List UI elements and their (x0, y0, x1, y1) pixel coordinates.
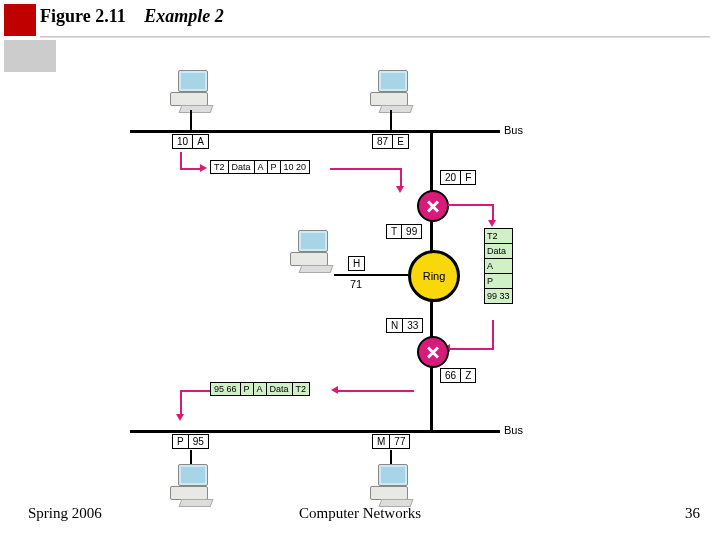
addr: 66 (441, 369, 461, 382)
slide-title: Figure 2.11 Example 2 (40, 6, 224, 27)
addr: 20 (441, 171, 461, 184)
node-E-label: 87 E (372, 134, 409, 149)
packet-bottom: 95 66 P A Data T2 (210, 382, 310, 396)
arrow-a-3 (330, 168, 402, 170)
name: E (393, 135, 408, 148)
node-A-label: 10 A (172, 134, 209, 149)
pc-E (370, 70, 414, 110)
drop-P (190, 450, 192, 464)
addr: 99 (402, 225, 421, 238)
node-T-label: T 99 (386, 224, 422, 239)
arrowhead-b (331, 386, 338, 394)
pc-P (170, 464, 214, 504)
node-M-label: M 77 (372, 434, 410, 449)
title-underline (40, 36, 710, 38)
node-F-label: 20 F (440, 170, 476, 185)
ring-label: Ring (423, 270, 446, 282)
drop-M (390, 450, 392, 464)
packet-top: T2 Data A P 10 20 (210, 160, 310, 174)
name: F (461, 171, 475, 184)
addr: 95 (189, 435, 208, 448)
name: M (373, 435, 390, 448)
addr: 10 (173, 135, 193, 148)
arrow-a-2 (180, 168, 202, 170)
arrow-r-4 (450, 348, 494, 350)
figure-caption: Example 2 (144, 6, 224, 26)
name: A (193, 135, 208, 148)
drop-E (390, 110, 392, 130)
name: Z (461, 369, 475, 382)
pc-M (370, 464, 414, 504)
arrowhead-b2 (176, 414, 184, 421)
name: P (173, 435, 189, 448)
link-H (334, 274, 408, 276)
footer-center: Computer Networks (0, 505, 720, 522)
bus-bottom-label: Bus (504, 424, 523, 436)
pc-H (290, 230, 334, 270)
figure-number: Figure 2.11 (40, 6, 126, 26)
node-N-label: N 33 (386, 318, 423, 333)
node-P-label: P 95 (172, 434, 209, 449)
addr: 77 (390, 435, 409, 448)
bus-top-label: Bus (504, 124, 523, 136)
corner-block (4, 40, 56, 72)
ring-node: Ring (408, 250, 460, 302)
arrowhead-r (488, 220, 496, 227)
pc-A (170, 70, 214, 110)
name: H (349, 257, 364, 270)
arrow-b-3 (180, 390, 182, 416)
bus-top (130, 130, 500, 133)
accent-box (4, 4, 36, 36)
bus-bottom (130, 430, 500, 433)
arrow-r-3 (492, 320, 494, 350)
addr-H: 71 (350, 278, 362, 290)
arrow-b-1 (338, 390, 414, 392)
node-Z-label: 66 Z (440, 368, 476, 383)
router-F (417, 190, 449, 222)
arrowhead-a2 (396, 186, 404, 193)
router-N (417, 336, 449, 368)
arrow-a-4 (400, 168, 402, 188)
arrow-b-2 (180, 390, 210, 392)
packet-right: T2 Data A P 99 33 (484, 228, 513, 304)
footer-page-number: 36 (685, 505, 700, 522)
name: T (387, 225, 402, 238)
addr: 33 (403, 319, 422, 332)
addr: 87 (373, 135, 393, 148)
arrow-r-1 (448, 204, 494, 206)
node-H-label: H (348, 256, 365, 271)
arrowhead-a (200, 164, 207, 172)
network-diagram: Bus 10 A 87 E T2 Data A P 10 20 (130, 60, 590, 480)
drop-A (190, 110, 192, 130)
name: N (387, 319, 403, 332)
